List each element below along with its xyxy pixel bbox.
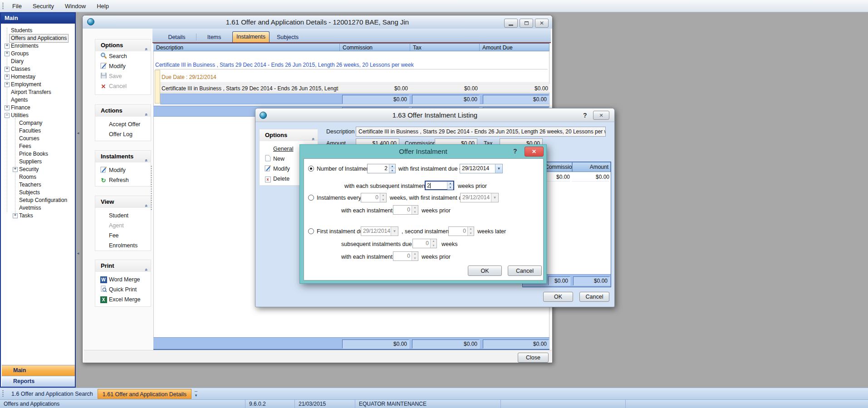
sidebar-item-finance[interactable]: +Finance	[1, 104, 75, 112]
sidebar-item-employment[interactable]: +Employment	[1, 81, 75, 88]
overflow-chevron-icon[interactable]: ─▾	[192, 389, 200, 398]
expand-icon[interactable]: +	[13, 213, 18, 218]
menu-security[interactable]: Security	[27, 0, 59, 12]
spinner-arrows-icon[interactable]: ▲▼	[389, 164, 395, 173]
expand-icon[interactable]: +	[5, 51, 10, 56]
description-field[interactable]: Certificate III in Business , Starts 29 …	[356, 127, 606, 137]
nav-quick-print[interactable]: Quick Print	[95, 285, 151, 295]
nav-offer-log[interactable]: Offer Log	[95, 129, 151, 139]
opt3-due-weeks-spinner[interactable]: 0 ▲▼	[393, 251, 418, 261]
splitter-collapse-icon[interactable]: ◄	[76, 251, 80, 256]
dialog-titlebar[interactable]: 1.63 Offer Instalment Listing	[255, 108, 614, 122]
modal-ok-button[interactable]: OK	[468, 265, 502, 276]
first-due-date-combo[interactable]: 29/12/2014 ▼	[460, 164, 503, 173]
column-header-commission[interactable]: Commission	[340, 43, 410, 51]
spinner-arrows-icon[interactable]: ▲▼	[380, 193, 386, 202]
expand-icon[interactable]: +	[13, 167, 18, 172]
dropdown-arrow-icon[interactable]: ▼	[391, 227, 398, 236]
spinner-arrows-icon[interactable]: ▲▼	[467, 227, 474, 236]
collapse-icon[interactable]: −	[5, 113, 10, 118]
sidebar-item-tasks[interactable]: +Tasks	[1, 212, 75, 220]
tab-subjects[interactable]: Subjects	[271, 32, 304, 42]
sidebar-item-students[interactable]: Students	[1, 27, 75, 34]
instalment-count-spinner[interactable]: 2 ▲▼	[367, 164, 396, 173]
collapse-chevron-icon[interactable]: «	[140, 113, 152, 115]
sidebar-item-diary[interactable]: Diary	[1, 58, 75, 65]
second-instalment-spinner[interactable]: 0 ▲▼	[448, 226, 474, 236]
menu-help[interactable]: Help	[91, 0, 114, 12]
opt2-due-weeks-spinner[interactable]: 0 ▲▼	[393, 205, 418, 215]
taskbar-grip[interactable]	[2, 390, 4, 398]
collapse-chevron-icon[interactable]: «	[140, 48, 152, 49]
opt2-date-combo[interactable]: 29/12/2014 ▼	[460, 193, 499, 202]
grid-header-amount[interactable]: Amount	[572, 162, 611, 172]
sidebar-item-classes[interactable]: +Classes	[1, 65, 75, 73]
radio-number-of-instalments[interactable]	[308, 166, 314, 172]
sidebar-item-company[interactable]: Company	[1, 119, 75, 127]
sidebar-item-groups[interactable]: +Groups	[1, 50, 75, 58]
sidebar-item-avetmiss[interactable]: Avetmiss	[1, 204, 75, 212]
listing-cancel-button[interactable]: Cancel	[579, 292, 609, 302]
sidebar-item-subjects[interactable]: Subjects	[1, 189, 75, 197]
modal-cancel-button[interactable]: Cancel	[508, 265, 542, 276]
sidebar-group-reports[interactable]: Reports	[2, 376, 75, 387]
help-button[interactable]: ?	[583, 112, 587, 119]
sidebar-item-security[interactable]: +Security	[1, 166, 75, 173]
subtotal-row[interactable]: $0.00 $0.00 $0.00	[160, 93, 549, 104]
sidebar-item-courses[interactable]: Courses	[1, 135, 75, 143]
sidebar-group-main[interactable]: Main	[2, 365, 75, 376]
collapse-chevron-icon[interactable]: «	[140, 159, 152, 161]
nav-instalments-refresh[interactable]: ↻Refresh	[95, 175, 151, 185]
dropdown-arrow-icon[interactable]: ▼	[495, 164, 502, 173]
panel-splitter[interactable]	[150, 165, 152, 211]
sidebar-item-airport-transfers[interactable]: Airport Transfers	[1, 88, 75, 96]
column-header-description[interactable]: Description	[153, 43, 340, 51]
sidebar-item-price-books[interactable]: Price Books	[1, 150, 75, 158]
task-offer-search[interactable]: 1.6 Offer and Application Search	[7, 389, 98, 399]
nav-view-fee[interactable]: Fee	[95, 231, 151, 241]
nav-view-agent[interactable]: Agent	[95, 221, 151, 231]
panel-actions-header[interactable]: Actions«	[95, 105, 151, 117]
splitter-collapse-icon[interactable]: ◄	[76, 131, 80, 135]
nav-accept-offer[interactable]: Accept Offer	[95, 119, 151, 129]
sidebar-item-setup-configuration[interactable]: Setup Configuration	[1, 197, 75, 204]
panel-instalments-header[interactable]: Instalments«	[95, 151, 151, 162]
panel-options-header[interactable]: Options«	[95, 39, 151, 51]
menu-window[interactable]: Window	[59, 0, 91, 12]
every-weeks-spinner[interactable]: 0 ▲▼	[361, 193, 387, 202]
task-offer-details[interactable]: 1.61 Offer and Application Details	[98, 389, 191, 399]
column-header-amount-due[interactable]: Amount Due	[480, 43, 549, 51]
sidebar-item-homestay[interactable]: +Homestay	[1, 73, 75, 81]
close-window-button[interactable]: ✕	[535, 19, 549, 28]
dialog-options-header[interactable]: Options«	[260, 129, 318, 141]
radio-first-instalment-due[interactable]	[308, 228, 314, 234]
menu-grip[interactable]	[2, 2, 4, 10]
restore-button[interactable]	[520, 19, 533, 28]
modal-titlebar[interactable]: Offer Instalment	[300, 145, 546, 158]
nav-save[interactable]: Save	[95, 71, 151, 81]
modal-close-button[interactable]: ✕	[525, 147, 544, 157]
sidebar-item-agents[interactable]: Agents	[1, 96, 75, 104]
column-header-tax[interactable]: Tax	[410, 43, 480, 51]
sidebar-item-suppliers[interactable]: Suppliers	[1, 158, 75, 166]
panel-print-header[interactable]: Print«	[95, 260, 151, 272]
minimize-button[interactable]	[504, 19, 518, 28]
subsequent-every-spinner[interactable]: 0 ▲▼	[412, 239, 437, 248]
sidebar-item-fees[interactable]: Fees	[1, 143, 75, 150]
tab-details[interactable]: Details	[159, 32, 194, 42]
tab-instalments[interactable]: Instalments	[232, 31, 270, 42]
dropdown-arrow-icon[interactable]: ▼	[491, 193, 498, 202]
collapse-chevron-icon[interactable]: «	[307, 138, 319, 139]
expand-icon[interactable]: +	[5, 67, 10, 72]
spinner-arrows-icon[interactable]: ▲▼	[430, 239, 436, 248]
expand-icon[interactable]: +	[5, 82, 10, 87]
radio-instalments-every[interactable]	[308, 195, 314, 201]
due-date-row[interactable]: Due Date : 29/12/2014	[162, 73, 343, 81]
sidebar-item-rooms[interactable]: Rooms	[1, 173, 75, 181]
nav-excel-merge[interactable]: XExcel Merge	[95, 295, 151, 305]
spinner-arrows-icon[interactable]: ▲▼	[412, 252, 418, 261]
sidebar-item-enrolments[interactable]: +Enrolments	[1, 42, 75, 50]
sidebar-item-teachers[interactable]: Teachers	[1, 181, 75, 189]
spinner-arrows-icon[interactable]: ▲▼	[412, 206, 418, 214]
nav-cancel[interactable]: ✕Cancel	[95, 81, 151, 91]
